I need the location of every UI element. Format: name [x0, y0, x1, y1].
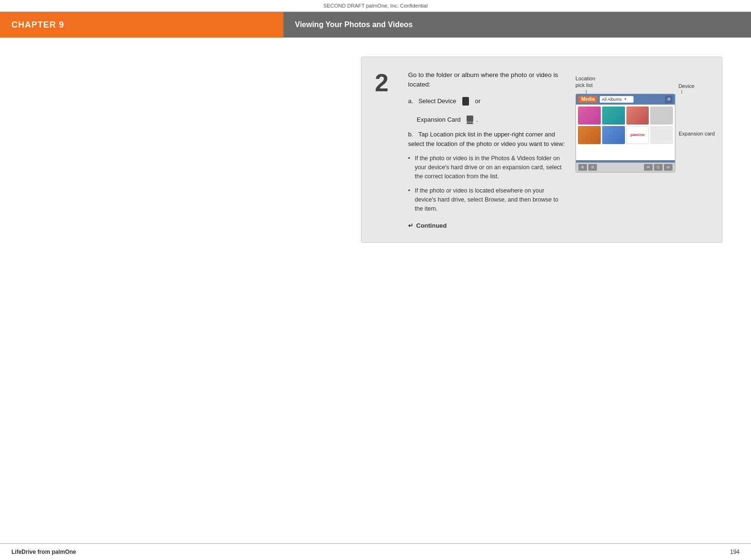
list-item: If the photo or video is located elsewhe… [408, 186, 566, 213]
annotation-device: Device [678, 83, 694, 89]
sub-item-b: b. Tap Location pick list in the upper-r… [408, 130, 566, 148]
bottom-right-icons: ✉ ⊡ ⊟ [644, 164, 673, 171]
bottom-left-icons: ⊞ ☰ [578, 164, 597, 171]
card-instructions: Go to the folder or album where the phot… [408, 70, 566, 229]
main-instruction: Go to the folder or album where the phot… [408, 70, 566, 90]
media-button: Media [578, 96, 597, 103]
annotation-expansion: Expansion card [679, 131, 715, 136]
photo-cell-1 [578, 106, 601, 125]
list-item: If the photo or video is in the Photos &… [408, 154, 566, 181]
sub-a-label: a. [408, 97, 413, 105]
sub-item-a: a. Select Device or Expansion Card . [408, 97, 566, 125]
expansion-label-group: Expansion card [678, 131, 709, 136]
bottom-icon-5: ⊟ [664, 164, 673, 171]
bottom-icon-2: ☰ [588, 164, 597, 171]
chapter-header: CHAPTER 9 Viewing Your Photos and Videos [0, 12, 751, 38]
bottom-icon-1: ⊞ [578, 164, 587, 171]
chapter-label-area: CHAPTER 9 [0, 12, 283, 38]
sub-b-text: Tap Location pick list in the upper-righ… [408, 131, 565, 147]
photo-grid: palmOne [576, 105, 675, 146]
continued-arrow-icon: ↵ [408, 222, 413, 229]
photo-grid-spacer [576, 146, 675, 160]
main-content: 2 Go to the folder or album where the ph… [0, 38, 751, 243]
instruction-card: 2 Go to the folder or album where the ph… [361, 57, 722, 243]
step-number: 2 [375, 70, 399, 229]
sub-b-label: b. [408, 131, 413, 138]
expansion-annotation-area: Expansion card [575, 131, 709, 136]
toolbar-icons: ⊞ [665, 96, 673, 103]
album-dropdown: All Albums [600, 96, 634, 103]
photo-cell-3 [626, 106, 649, 125]
bottom-icon-4: ⊡ [654, 164, 663, 171]
screenshot-bottom-toolbar: ⊞ ☰ ✉ ⊡ ⊟ [576, 163, 675, 172]
location-line [586, 90, 586, 94]
card-screenshot-area: Location pick list Device Media [575, 70, 709, 229]
sub-a-text: Select Device [419, 97, 456, 105]
bullet-list: If the photo or video is in the Photos &… [408, 154, 566, 213]
annotation-lines-top [575, 90, 709, 94]
continued-label: ↵ Continued [408, 222, 566, 229]
expansion-icon [467, 116, 473, 124]
photo-cell-2 [602, 106, 625, 125]
watermark: SECOND DRAFT palmOne, Inc. Confidential [0, 0, 751, 12]
annotation-location: Location pick list [575, 75, 595, 89]
sub-a-expansion: Expansion Card [417, 116, 461, 123]
chapter-label: CHAPTER 9 [11, 20, 64, 30]
screenshot-toolbar: Media All Albums ⊞ [576, 94, 675, 105]
annotation-wrapper: Location pick list Device Media [575, 70, 709, 136]
photo-cell-4 [650, 106, 673, 125]
device-icon [462, 97, 469, 106]
chapter-title: Viewing Your Photos and Videos [295, 20, 413, 29]
chapter-title-area: Viewing Your Photos and Videos [283, 12, 751, 38]
device-line [682, 90, 682, 94]
toolbar-icon-1: ⊞ [665, 96, 673, 103]
bottom-icon-3: ✉ [644, 164, 653, 171]
sub-a-or: or [475, 97, 481, 105]
left-spacer [133, 57, 361, 243]
page-footer: LifeDrive from palmOne 194 [0, 543, 751, 560]
page-number: 194 [730, 549, 740, 555]
footer-title: LifeDrive from palmOne [11, 549, 76, 555]
